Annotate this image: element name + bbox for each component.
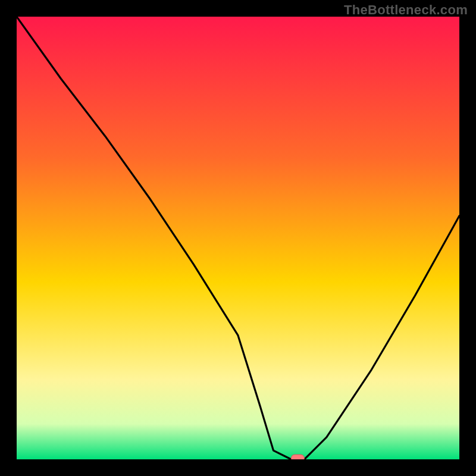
bottleneck-chart: [17, 17, 459, 459]
gradient-background: [17, 17, 459, 459]
optimal-marker: [291, 455, 304, 459]
plot-area: [17, 17, 459, 459]
chart-frame: TheBottleneck.com: [0, 0, 476, 476]
watermark-text: TheBottleneck.com: [344, 2, 468, 18]
